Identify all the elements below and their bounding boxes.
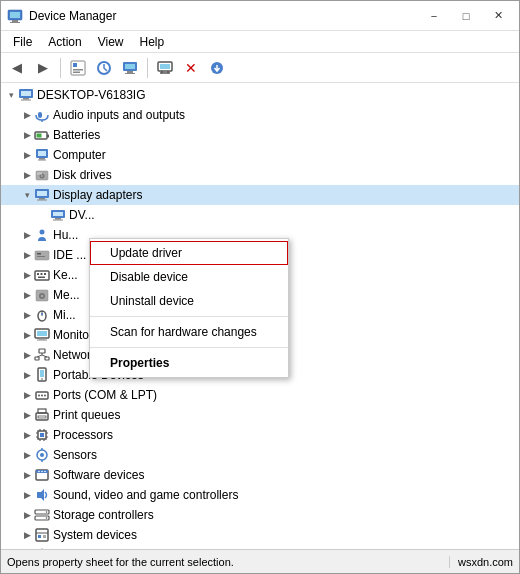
ctx-disable-device[interactable]: Disable device bbox=[90, 265, 288, 289]
svg-rect-12 bbox=[125, 73, 135, 74]
processor-icon bbox=[34, 427, 50, 443]
svg-point-44 bbox=[40, 230, 45, 235]
print-icon bbox=[34, 407, 50, 423]
expand-icon: ▶ bbox=[21, 109, 33, 121]
list-item[interactable]: ▶ Processors bbox=[1, 425, 519, 445]
svg-rect-106 bbox=[43, 535, 46, 538]
svg-rect-14 bbox=[160, 64, 170, 69]
toolbar-sep2 bbox=[147, 58, 148, 78]
svg-rect-1 bbox=[10, 12, 20, 18]
svg-rect-42 bbox=[55, 218, 61, 220]
list-item[interactable]: ▶ Batteries bbox=[1, 125, 519, 145]
scan-button[interactable] bbox=[92, 56, 116, 80]
item-label: Processors bbox=[53, 428, 113, 442]
svg-rect-105 bbox=[38, 535, 41, 538]
app-icon bbox=[7, 8, 23, 24]
forward-button[interactable]: ▶ bbox=[31, 56, 55, 80]
disk-icon bbox=[34, 167, 50, 183]
svg-rect-22 bbox=[21, 100, 31, 101]
item-label: Ports (COM & LPT) bbox=[53, 388, 157, 402]
item-label: Print queues bbox=[53, 408, 120, 422]
menu-file[interactable]: File bbox=[5, 33, 40, 51]
list-item[interactable]: ▶ Storage controllers bbox=[1, 505, 519, 525]
expand-icon: ▶ bbox=[21, 429, 33, 441]
svg-rect-35 bbox=[37, 173, 42, 175]
item-label: Universal Serial Bus controllers bbox=[53, 548, 220, 549]
svg-rect-21 bbox=[23, 98, 29, 100]
item-label: Sensors bbox=[53, 448, 97, 462]
properties-button[interactable] bbox=[66, 56, 90, 80]
expand-icon: ▶ bbox=[21, 489, 33, 501]
svg-point-73 bbox=[38, 395, 40, 397]
software-icon bbox=[34, 467, 50, 483]
list-item[interactable]: ▶ Software devices bbox=[1, 465, 519, 485]
close-button[interactable]: ✕ bbox=[483, 5, 513, 27]
svg-rect-65 bbox=[45, 357, 49, 360]
device-manager-window: Device Manager − □ ✕ File Action View He… bbox=[0, 0, 520, 574]
list-item[interactable]: ▶ Computer bbox=[1, 145, 519, 165]
svg-rect-2 bbox=[12, 20, 18, 22]
list-item[interactable]: ▶ Universal Serial Bus controllers bbox=[1, 545, 519, 549]
display-button[interactable] bbox=[153, 56, 177, 80]
list-item[interactable]: DV... bbox=[1, 205, 519, 225]
ctx-update-driver[interactable]: Update driver bbox=[90, 241, 288, 265]
menu-view[interactable]: View bbox=[90, 33, 132, 51]
ctx-properties[interactable]: Properties bbox=[90, 351, 288, 375]
item-label: Batteries bbox=[53, 128, 100, 142]
expand-icon bbox=[37, 209, 49, 221]
battery-icon bbox=[34, 127, 50, 143]
svg-rect-64 bbox=[35, 357, 39, 360]
svg-rect-11 bbox=[127, 71, 133, 73]
expand-icon: ▶ bbox=[21, 169, 33, 181]
ctx-scan-hardware[interactable]: Scan for hardware changes bbox=[90, 320, 288, 344]
svg-rect-5 bbox=[73, 63, 77, 67]
list-item[interactable]: ▶ System devices bbox=[1, 525, 519, 545]
svg-point-97 bbox=[44, 471, 46, 473]
svg-point-96 bbox=[41, 471, 43, 473]
list-item[interactable]: ▶ Disk drives bbox=[1, 165, 519, 185]
expand-icon: ▶ bbox=[21, 269, 33, 281]
keyboard-icon bbox=[34, 267, 50, 283]
computer-icon bbox=[18, 87, 34, 103]
hid-icon bbox=[34, 227, 50, 243]
expand-icon: ▶ bbox=[21, 289, 33, 301]
title-bar: Device Manager − □ ✕ bbox=[1, 1, 519, 31]
delete-button[interactable]: ✕ bbox=[179, 56, 203, 80]
list-item[interactable]: ▶ Ports (COM & LPT) bbox=[1, 385, 519, 405]
display-icon bbox=[34, 187, 50, 203]
expand-icon: ▶ bbox=[21, 249, 33, 261]
menu-help[interactable]: Help bbox=[132, 33, 173, 51]
update-button[interactable] bbox=[118, 56, 142, 80]
item-label: Disk drives bbox=[53, 168, 112, 182]
list-item[interactable]: ▶ Sensors bbox=[1, 445, 519, 465]
list-item[interactable]: ▶ Print queues bbox=[1, 405, 519, 425]
list-item[interactable]: ▶ Sound, video and game controllers bbox=[1, 485, 519, 505]
item-label: DV... bbox=[69, 208, 95, 222]
svg-point-55 bbox=[41, 295, 43, 297]
svg-rect-46 bbox=[37, 253, 41, 255]
list-item[interactable]: ▶ Audio inputs and outputs bbox=[1, 105, 519, 125]
system-icon bbox=[34, 527, 50, 543]
svg-rect-70 bbox=[40, 370, 44, 377]
expand-icon: ▶ bbox=[21, 389, 33, 401]
display-adapters-item[interactable]: ▾ Display adapters bbox=[1, 185, 519, 205]
svg-rect-78 bbox=[38, 416, 46, 418]
download-button[interactable] bbox=[205, 56, 229, 80]
maximize-button[interactable]: □ bbox=[451, 5, 481, 27]
menu-action[interactable]: Action bbox=[40, 33, 89, 51]
svg-rect-26 bbox=[47, 135, 49, 138]
svg-point-34 bbox=[41, 175, 43, 177]
svg-rect-31 bbox=[38, 160, 46, 161]
svg-rect-50 bbox=[41, 273, 43, 275]
computer-icon bbox=[34, 147, 50, 163]
back-button[interactable]: ◀ bbox=[5, 56, 29, 80]
tree-root[interactable]: ▾ DESKTOP-V6183IG bbox=[1, 85, 519, 105]
sound-icon bbox=[34, 487, 50, 503]
minimize-button[interactable]: − bbox=[419, 5, 449, 27]
svg-rect-7 bbox=[73, 71, 80, 73]
svg-rect-45 bbox=[35, 251, 49, 260]
ctx-uninstall-device[interactable]: Uninstall device bbox=[90, 289, 288, 313]
root-label: DESKTOP-V6183IG bbox=[37, 88, 146, 102]
expand-icon: ▶ bbox=[21, 449, 33, 461]
svg-point-58 bbox=[41, 313, 43, 315]
